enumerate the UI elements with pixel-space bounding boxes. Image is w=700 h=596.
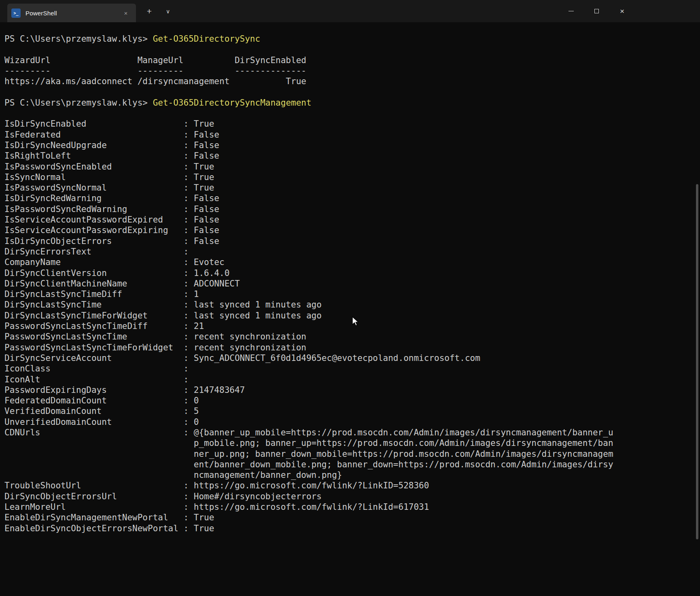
output-line: PasswordSyncLastSyncTimeForWidget : rece…: [4, 342, 700, 353]
tab-close-icon[interactable]: ×: [121, 8, 131, 18]
table-header-line: WizardUrl ManageUrl DirSyncEnabled: [4, 55, 700, 66]
command-text: Get-O365DirectorySync: [153, 34, 261, 44]
tab-powershell[interactable]: >_ PowerShell ×: [7, 4, 136, 22]
output-line: DirSyncLastSyncTime : last synced 1 minu…: [4, 299, 700, 310]
maximize-button[interactable]: [584, 0, 609, 22]
output-line: DirSyncErrorsText :: [4, 246, 700, 257]
blank-line: [4, 44, 700, 55]
blank-line: [4, 87, 700, 97]
output-line: CompanyName : Evotec: [4, 257, 700, 267]
output-line: EnableDirSyncManagementNewPortal : True: [4, 512, 700, 523]
prompt-line: PS C:\Users\przemyslaw.klys>Get-O365Dire…: [4, 98, 700, 108]
output-line: DirSyncObjectErrorsUrl : Home#/dirsyncob…: [4, 491, 700, 502]
tab-title: PowerShell: [25, 10, 57, 17]
new-tab-button[interactable]: +: [142, 4, 157, 19]
terminal[interactable]: PS C:\Users\przemyslaw.klys>Get-O365Dire…: [0, 22, 700, 596]
minimize-icon: [568, 11, 574, 11]
output-line: PasswordExpiringDays : 2147483647: [4, 385, 700, 395]
output-line: IsSyncNormal : True: [4, 172, 700, 182]
output-line: IconClass :: [4, 363, 700, 374]
output-line: IsDirSyncRedWarning : False: [4, 193, 700, 204]
output-line: UnverifiedDomainCount : 0: [4, 417, 700, 427]
prompt-text: PS C:\Users\przemyslaw.klys>: [4, 98, 148, 108]
output-line: IsFederated : False: [4, 129, 700, 140]
output-line: TroubleShootUrl : https://go.microsoft.c…: [4, 480, 700, 491]
close-button[interactable]: ×: [609, 0, 635, 22]
output-line: IsDirSyncObjectErrors : False: [4, 236, 700, 246]
mouse-cursor-icon: [351, 316, 362, 327]
prompt-text: PS C:\Users\przemyslaw.klys>: [4, 34, 148, 44]
output-line: CDNUrls : @{banner_up_mobile=https://pro…: [4, 427, 700, 480]
output-line: EnableDirSyncObjectErrorsNewPortal : Tru…: [4, 523, 700, 534]
table-divider-line: --------- --------- --------------: [4, 66, 700, 76]
output-line: DirSyncClientMachineName : ADCONNECT: [4, 278, 700, 289]
output-line: DirSyncServiceAccount : Sync_ADCONNECT_6…: [4, 353, 700, 363]
command-text: Get-O365DirectorySyncManagement: [153, 98, 312, 108]
output-line: FederatedDomainCount : 0: [4, 395, 700, 406]
tab-dropdown-button[interactable]: ∨: [160, 4, 176, 19]
output-line: IsPasswordSyncEnabled : True: [4, 161, 700, 172]
output-line: IsServiceAccountPasswordExpiring : False: [4, 225, 700, 235]
output-line: DirSyncLastSyncTimeDiff : 1: [4, 289, 700, 299]
output-line: DirSyncClientVersion : 1.6.4.0: [4, 268, 700, 278]
scrollbar-thumb[interactable]: [696, 184, 698, 539]
output-line: IsDirSyncEnabled : True: [4, 119, 700, 129]
prompt-line: PS C:\Users\przemyslaw.klys>Get-O365Dire…: [4, 34, 700, 44]
output-line: IsDirSyncNeedUpgrade : False: [4, 140, 700, 151]
powershell-icon: >_: [11, 8, 21, 18]
output-line: LearnMoreUrl : https://go.microsoft.com/…: [4, 502, 700, 512]
output-line: IconAlt :: [4, 374, 700, 385]
output-line: IsPasswordSyncRedWarning : False: [4, 204, 700, 214]
output-line: IsServiceAccountPasswordExpired : False: [4, 214, 700, 225]
minimize-button[interactable]: [558, 0, 584, 22]
output-line: VerifiedDomainCount : 5: [4, 406, 700, 416]
output-line: IsRightToLeft : False: [4, 151, 700, 161]
blank-line: [4, 108, 700, 119]
window-controls: ×: [558, 0, 635, 22]
output-line: PasswordSyncLastSyncTime : recent synchr…: [4, 331, 700, 342]
maximize-icon: [594, 9, 599, 13]
scrollbar[interactable]: [694, 22, 700, 596]
output-line: IsPasswordSyncNormal : True: [4, 182, 700, 193]
table-row-line: https://aka.ms/aadconnect /dirsyncmanage…: [4, 76, 700, 87]
titlebar: >_ PowerShell × + ∨ ×: [0, 0, 700, 22]
